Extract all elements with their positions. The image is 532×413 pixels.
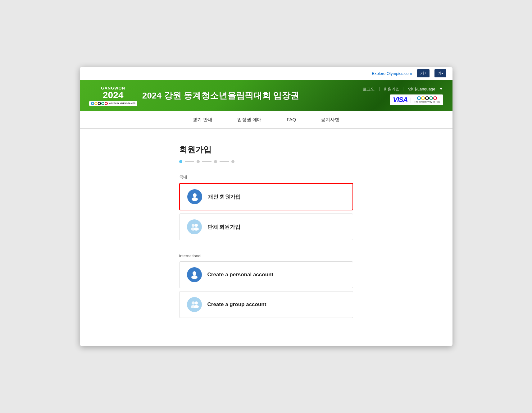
olympic-badge: YOUTH OLYMPIC GAMES [89, 101, 137, 106]
visa-ring-red [433, 96, 437, 100]
signup-link[interactable]: 회원가입 [384, 86, 400, 92]
personal-signup-kr-label: 개인 회원가입 [208, 193, 241, 200]
progress-line-1 [185, 161, 194, 162]
nav-faq[interactable]: FAQ [287, 117, 296, 123]
personal-icon-intl [187, 267, 202, 282]
progress-line-2 [202, 161, 211, 162]
visa-olympic-section: The Official Way to Pay [414, 96, 440, 103]
visa-olympic-rings [417, 96, 437, 100]
personal-signup-intl-option[interactable]: Create a personal account [179, 261, 353, 288]
ring-green [101, 102, 104, 105]
group-signup-kr-label: 단체 회원가입 [207, 223, 241, 231]
content-inner: 회원가입 국내 개인 회 [179, 144, 353, 318]
svg-point-7 [191, 275, 198, 279]
section-divider [179, 248, 353, 248]
personal-signup-kr-option[interactable]: 개인 회원가입 [179, 183, 353, 210]
personal-icon-kr [187, 189, 202, 204]
login-link[interactable]: 로그인 [363, 86, 375, 92]
main-nav: 경기 안내 입장권 예매 FAQ 공지사항 [80, 111, 452, 129]
header-links: 로그인 | 회원가입 | 언어/Language ▼ [363, 86, 443, 92]
explore-link[interactable]: Explore Olympics.com [372, 71, 412, 76]
ring-yellow [94, 102, 98, 105]
top-utility-bar: Explore Olympics.com 가+ 가- [80, 67, 452, 80]
olympic-rings-small [91, 102, 108, 105]
visa-sub: The Official Way to Pay [414, 100, 440, 103]
visa-logo: VISA | The Official Way to Pay [390, 94, 443, 105]
svg-point-8 [192, 301, 195, 305]
font-decrease-button[interactable]: 가- [434, 69, 446, 77]
badge-text: YOUTH OLYMPIC GAMES [109, 102, 135, 104]
svg-point-2 [192, 224, 195, 227]
nav-ticket-booking[interactable]: 입장권 예매 [237, 117, 262, 123]
progress-dot-4 [231, 160, 234, 163]
nav-notice[interactable]: 공지사항 [321, 117, 339, 123]
progress-dot-3 [214, 160, 217, 163]
nav-game-info[interactable]: 경기 안내 [193, 117, 212, 123]
svg-point-10 [195, 301, 198, 305]
ring-red [105, 102, 108, 105]
site-header: GANGWON 2024 YOUTH OLYMPIC GAMES 2024 강원… [80, 80, 452, 111]
personal-signup-intl-label: Create a personal account [207, 272, 274, 278]
browser-window: Explore Olympics.com 가+ 가- GANGWON 2024 [80, 67, 452, 346]
header-left: GANGWON 2024 YOUTH OLYMPIC GAMES 2024 강원… [89, 86, 299, 106]
svg-point-4 [195, 224, 198, 227]
svg-point-5 [194, 227, 199, 231]
header-title: 2024 강원 동계청소년올림픽대회 입장권 [142, 90, 299, 102]
ring-black [98, 102, 101, 105]
main-content: 회원가입 국내 개인 회 [80, 129, 452, 346]
group-icon-kr [187, 219, 202, 234]
year-text: 2024 [103, 90, 124, 100]
progress-dots [179, 160, 353, 163]
group-signup-intl-option[interactable]: Create a group account [179, 291, 353, 318]
svg-point-6 [193, 271, 196, 275]
font-increase-button[interactable]: 가+ [417, 69, 430, 77]
visa-ring-green [429, 96, 433, 100]
gangwon-logo: GANGWON 2024 YOUTH OLYMPIC GAMES [89, 86, 137, 106]
svg-point-11 [194, 305, 199, 308]
svg-point-1 [192, 197, 198, 201]
progress-line-3 [220, 161, 229, 162]
group-signup-intl-label: Create a group account [207, 301, 266, 308]
svg-point-0 [193, 193, 197, 197]
language-link[interactable]: 언어/Language [408, 86, 435, 92]
visa-text: VISA [393, 96, 407, 104]
header-right: 로그인 | 회원가입 | 언어/Language ▼ VISA | [363, 86, 443, 105]
international-label: International [179, 254, 353, 258]
visa-ring-blue [417, 96, 421, 100]
page-title: 회원가입 [179, 144, 353, 155]
domestic-label: 국내 [179, 174, 353, 180]
ring-blue [91, 102, 94, 105]
progress-dot-1 [179, 160, 182, 163]
group-signup-kr-option[interactable]: 단체 회원가입 [179, 213, 353, 240]
group-icon-intl [187, 297, 202, 312]
progress-dot-2 [197, 160, 200, 163]
visa-ring-black [425, 96, 429, 100]
visa-ring-yellow [421, 96, 425, 100]
